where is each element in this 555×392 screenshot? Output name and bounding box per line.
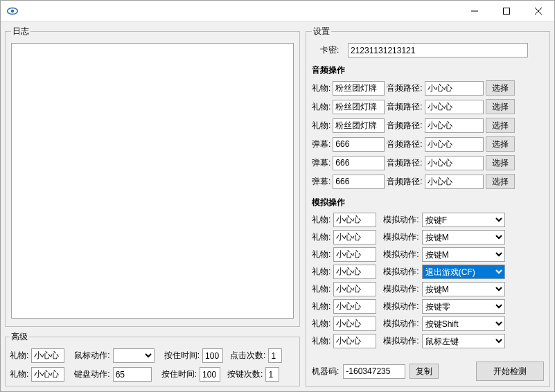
audio-select-button[interactable]: 选择: [486, 136, 515, 152]
audio-l1: 礼物:: [312, 82, 331, 94]
sim-action-select[interactable]: 按键M: [422, 247, 505, 262]
audio-input-2[interactable]: [425, 175, 484, 189]
sim-action-select[interactable]: 退出游戏(CF): [422, 265, 505, 279]
audio-input-1[interactable]: [333, 81, 385, 96]
sim-action-select[interactable]: 按键零: [422, 299, 505, 314]
machine-label: 机器码:: [312, 366, 339, 377]
sim-l2: 模拟动作:: [383, 283, 419, 295]
settings-fieldset: 设置 卡密: 音频操作 礼物:音频路径:选择礼物:音频路径:选择礼物:音频路径:…: [306, 26, 550, 387]
adv2-press-label: 按键次数:: [227, 368, 263, 380]
sim-row: 礼物:模拟动作:按键M: [312, 282, 544, 296]
audio-section-title: 音频操作: [312, 64, 544, 76]
adv1-mouse-label: 鼠标动作:: [74, 350, 109, 362]
sim-l1: 礼物:: [312, 214, 331, 226]
audio-l1: 礼物:: [312, 120, 331, 132]
sim-gift-input[interactable]: [333, 299, 376, 314]
window-maximize-button[interactable]: [491, 1, 522, 21]
sim-l1: 礼物:: [312, 249, 331, 260]
left-column: 日志 高级 礼物: 鼠标动作: 按住时间: 点击次数: 礼物:: [5, 26, 300, 387]
right-column: 设置 卡密: 音频操作 礼物:音频路径:选择礼物:音频路径:选择礼物:音频路径:…: [306, 26, 550, 387]
adv2-gift-input[interactable]: [31, 367, 64, 382]
maximize-icon: [503, 8, 510, 15]
audio-input-1[interactable]: [333, 118, 385, 133]
audio-l2: 音频路径:: [387, 82, 422, 94]
audio-row: 弹幕:音频路径:选择: [312, 136, 544, 152]
sim-row: 礼物:模拟动作:按键Shift: [312, 317, 544, 331]
sim-l1: 礼物:: [312, 318, 331, 330]
sim-row: 礼物:模拟动作:按键F: [312, 213, 544, 227]
audio-input-1[interactable]: [333, 137, 385, 152]
sim-gift-input[interactable]: [333, 317, 376, 331]
window-close-button[interactable]: [522, 1, 554, 21]
adv1-hold-label: 按住时间:: [164, 350, 200, 362]
audio-l1: 弹幕:: [312, 176, 331, 188]
sim-action-select[interactable]: 鼠标左键: [422, 334, 505, 348]
machine-input[interactable]: [343, 364, 405, 379]
card-row: 卡密:: [312, 43, 544, 57]
audio-select-button[interactable]: 选择: [486, 99, 515, 114]
audio-input-1[interactable]: [333, 156, 385, 170]
content: 日志 高级 礼物: 鼠标动作: 按住时间: 点击次数: 礼物:: [1, 21, 554, 391]
adv1-gift-input[interactable]: [31, 348, 64, 363]
audio-input-2[interactable]: [425, 81, 484, 96]
window-minimize-button[interactable]: [459, 1, 491, 21]
advanced-row-1: 礼物: 鼠标动作: 按住时间: 点击次数:: [10, 348, 295, 363]
settings-legend: 设置: [312, 26, 331, 37]
audio-select-button[interactable]: 选择: [486, 118, 515, 133]
sim-section-title: 模拟操作: [312, 197, 544, 208]
sim-action-select[interactable]: 按键Shift: [422, 317, 505, 331]
audio-row: 弹幕:音频路径:选择: [312, 155, 544, 170]
sim-l1: 礼物:: [312, 301, 331, 312]
copy-button[interactable]: 复制: [409, 364, 439, 379]
audio-input-2[interactable]: [425, 156, 484, 170]
audio-row: 礼物:音频路径:选择: [312, 80, 544, 96]
sim-l2: 模拟动作:: [383, 301, 419, 312]
audio-input-2[interactable]: [425, 118, 484, 133]
audio-select-button[interactable]: 选择: [486, 174, 515, 189]
audio-l2: 音频路径:: [387, 101, 422, 113]
audio-l2: 音频路径:: [387, 176, 422, 188]
sim-gift-input[interactable]: [333, 230, 376, 244]
sim-gift-input[interactable]: [333, 265, 376, 279]
card-input[interactable]: [348, 43, 528, 57]
adv2-keyboard-input[interactable]: [113, 367, 152, 382]
audio-row: 礼物:音频路径:选择: [312, 118, 544, 133]
sim-l1: 礼物:: [312, 231, 331, 243]
sim-action-select[interactable]: 按键F: [422, 213, 505, 227]
sim-action-select[interactable]: 按键M: [422, 230, 505, 244]
log-textarea[interactable]: [11, 43, 294, 319]
sim-l2: 模拟动作:: [383, 214, 419, 226]
sim-gift-input[interactable]: [333, 213, 376, 227]
bottom-row: 机器码: 复制 开始检测: [312, 356, 544, 381]
app-icon: [6, 5, 19, 17]
adv1-click-label: 点击次数:: [230, 350, 265, 362]
audio-input-1[interactable]: [333, 100, 385, 114]
log-fieldset: 日志: [5, 26, 300, 327]
sim-gift-input[interactable]: [333, 282, 376, 296]
sim-gift-input[interactable]: [333, 334, 376, 348]
adv1-mouse-select[interactable]: [113, 348, 155, 363]
sim-action-select[interactable]: 按键M: [422, 282, 505, 296]
adv1-hold-input[interactable]: [202, 348, 223, 363]
sim-l2: 模拟动作:: [383, 266, 419, 278]
audio-select-button[interactable]: 选择: [486, 155, 515, 170]
audio-input-1[interactable]: [333, 175, 385, 189]
sim-l2: 模拟动作:: [383, 249, 419, 260]
titlebar: [1, 1, 554, 21]
sim-gift-input[interactable]: [333, 247, 376, 262]
advanced-fieldset: 高级 礼物: 鼠标动作: 按住时间: 点击次数: 礼物: 键盘动作: 按住: [5, 331, 300, 386]
app-window: 日志 高级 礼物: 鼠标动作: 按住时间: 点击次数: 礼物:: [0, 0, 555, 392]
svg-point-1: [11, 9, 15, 12]
audio-input-2[interactable]: [425, 100, 484, 114]
advanced-row-2: 礼物: 键盘动作: 按住时间: 按键次数:: [10, 367, 295, 382]
audio-input-2[interactable]: [425, 137, 484, 152]
audio-l2: 音频路径:: [387, 157, 422, 169]
audio-l2: 音频路径:: [387, 120, 422, 132]
adv2-press-input[interactable]: [265, 367, 279, 382]
start-detect-button[interactable]: 开始检测: [476, 362, 544, 381]
audio-select-button[interactable]: 选择: [486, 80, 515, 96]
sim-l2: 模拟动作:: [383, 231, 419, 243]
adv2-hold-input[interactable]: [200, 367, 220, 382]
adv1-click-input[interactable]: [268, 348, 282, 363]
svg-rect-3: [504, 8, 510, 14]
